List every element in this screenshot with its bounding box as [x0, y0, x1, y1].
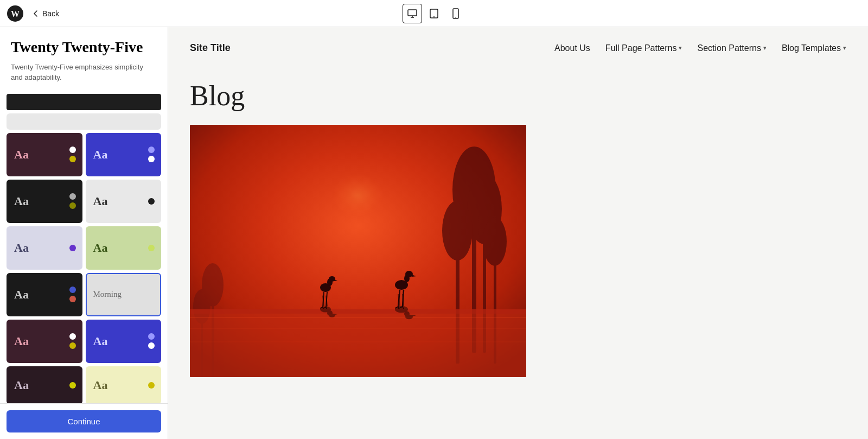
svg-point-6 [433, 16, 435, 17]
chevron-left-icon [31, 9, 40, 18]
nav-link-section[interactable]: Section Patterns ▾ [697, 43, 766, 53]
swatch-dots [69, 193, 76, 209]
site-title: Site Title [190, 42, 231, 54]
back-button[interactable]: Back [26, 6, 65, 21]
dot-2 [148, 342, 155, 349]
dot-1 [148, 382, 155, 389]
color-swatch-1[interactable]: Aa [7, 133, 82, 176]
swatch-aa-label: Aa [14, 194, 29, 208]
blog-image-container [190, 125, 526, 377]
swatch-dark-bar[interactable] [7, 94, 161, 110]
dot-1 [69, 147, 76, 153]
chevron-down-icon: ▾ [843, 44, 846, 52]
nav-link-fullpage[interactable]: Full Page Patterns ▾ [605, 43, 682, 53]
dot-1 [69, 333, 76, 340]
blog-page-title: Blog [190, 80, 846, 112]
svg-rect-23 [190, 309, 526, 377]
nav-link-blog-label: Blog Templates [782, 43, 841, 53]
top-bar-left: W Back [0, 5, 65, 22]
swatch-dots [148, 333, 155, 349]
color-grid: Aa Aa Aa [7, 94, 161, 403]
nav-link-blog[interactable]: Blog Templates ▾ [782, 43, 846, 53]
chevron-down-icon: ▾ [763, 44, 767, 52]
color-swatch-12[interactable]: Aa [86, 366, 162, 403]
dot-1 [69, 245, 76, 251]
tablet-icon [429, 8, 439, 19]
swatch-aa-label: Aa [93, 378, 108, 392]
swatch-dots [148, 147, 155, 162]
wp-logo-icon: W [7, 5, 24, 22]
swatch-aa-label: Aa [14, 334, 29, 348]
color-swatch-9[interactable]: Aa [7, 320, 82, 363]
nav-link-about-label: About Us [554, 43, 590, 53]
nav-link-section-label: Section Patterns [697, 43, 761, 53]
color-swatch-3[interactable]: Aa [7, 180, 82, 223]
color-swatch-morning[interactable]: Morning [86, 273, 162, 316]
svg-point-18 [483, 217, 507, 266]
swatch-aa-label: Aa [14, 378, 29, 392]
svg-rect-24 [190, 309, 526, 314]
swatch-light-bar[interactable] [7, 113, 161, 130]
color-swatch-4[interactable]: Aa [86, 180, 162, 223]
swatch-dots [69, 147, 76, 162]
mobile-icon [450, 8, 461, 19]
dot-1 [69, 382, 76, 389]
preview-frame: Site Title About Us Full Page Patterns ▾… [168, 27, 868, 439]
dot-1 [148, 333, 155, 340]
swatch-dots [148, 382, 155, 389]
color-swatch-7[interactable]: Aa [7, 273, 82, 316]
nav-link-about[interactable]: About Us [554, 43, 590, 53]
swatch-dots [69, 382, 76, 389]
back-label: Back [42, 9, 59, 18]
swatch-dots [69, 287, 76, 302]
svg-text:W: W [11, 9, 20, 18]
mobile-view-button[interactable] [446, 4, 465, 23]
dot-1 [148, 245, 155, 251]
sidebar-footer: Continue [0, 403, 168, 439]
color-swatch-11[interactable]: Aa [7, 366, 82, 403]
svg-rect-2 [408, 10, 417, 16]
continue-button[interactable]: Continue [7, 410, 161, 432]
morning-label: Morning [93, 290, 122, 299]
swatch-aa-label: Aa [93, 148, 108, 162]
swatch-aa-label: Aa [14, 288, 29, 302]
theme-title: Twenty Twenty-Five [11, 38, 157, 56]
svg-point-46 [405, 271, 413, 277]
color-swatch-10[interactable]: Aa [86, 320, 162, 363]
svg-point-16 [442, 201, 473, 260]
sidebar-header: Twenty Twenty-Five Twenty Twenty-Five em… [0, 27, 168, 90]
nav-link-fullpage-label: Full Page Patterns [605, 43, 677, 53]
color-swatch-list: Aa Aa Aa [0, 90, 168, 403]
color-swatch-2[interactable]: Aa [86, 133, 162, 176]
main-layout: Twenty Twenty-Five Twenty Twenty-Five em… [0, 27, 868, 439]
swatch-dots [69, 333, 76, 349]
birds-sunset-illustration [190, 125, 526, 377]
swatch-aa-label: Aa [93, 334, 108, 348]
svg-point-8 [455, 17, 456, 18]
dot-2 [69, 296, 76, 302]
svg-point-10 [293, 157, 423, 266]
dot-1 [148, 147, 155, 153]
dot-2 [69, 156, 76, 162]
desktop-view-button[interactable] [403, 4, 422, 23]
dot-2 [69, 202, 76, 209]
nav-links: About Us Full Page Patterns ▾ Section Pa… [554, 43, 846, 53]
dot-1 [69, 287, 76, 293]
theme-description: Twenty Twenty-Five emphasizes simplicity… [11, 62, 157, 83]
swatch-aa-label: Aa [93, 194, 108, 208]
swatch-dots [148, 198, 155, 205]
dot-1 [148, 198, 155, 205]
color-swatch-6[interactable]: Aa [86, 226, 162, 270]
preview-nav: Site Title About Us Full Page Patterns ▾… [168, 27, 868, 69]
dot-1 [69, 193, 76, 200]
svg-point-56 [405, 315, 413, 319]
dot-2 [148, 156, 155, 162]
swatch-dots [148, 245, 155, 251]
device-switcher [403, 4, 465, 23]
tablet-view-button[interactable] [424, 4, 444, 23]
swatch-aa-label: Aa [14, 241, 29, 255]
color-swatch-5[interactable]: Aa [7, 226, 82, 270]
blog-featured-image [190, 125, 526, 377]
chevron-down-icon: ▾ [679, 44, 682, 52]
top-bar: W Back [0, 0, 868, 27]
